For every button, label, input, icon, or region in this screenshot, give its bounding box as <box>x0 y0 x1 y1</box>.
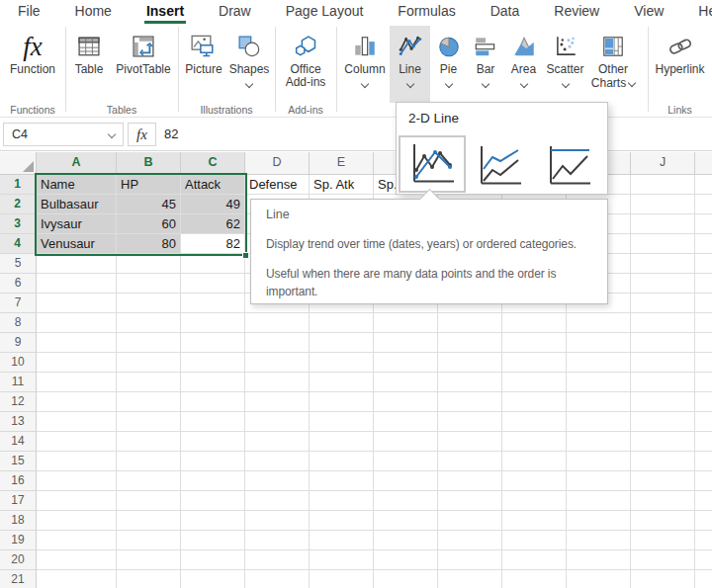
cell-B20[interactable] <box>117 550 181 570</box>
cell-A6[interactable] <box>37 274 117 294</box>
cell-A11[interactable] <box>37 373 117 392</box>
cell-C10[interactable] <box>181 353 245 373</box>
cell-C2[interactable]: 49 <box>181 195 245 214</box>
cell-D1[interactable]: Defense <box>245 175 310 195</box>
cell-J8[interactable] <box>631 313 695 333</box>
cell-J11[interactable] <box>631 373 695 392</box>
bar-chevron-icon[interactable] <box>482 80 490 88</box>
cell-I18[interactable] <box>567 511 631 531</box>
cell-B14[interactable] <box>117 432 181 452</box>
cell-B12[interactable] <box>117 392 181 412</box>
cell-D9[interactable] <box>245 333 310 353</box>
hyperlink-button[interactable]: Hyperlink <box>650 26 711 103</box>
cell-E8[interactable] <box>310 313 374 333</box>
cell-B17[interactable] <box>117 491 181 511</box>
cell-H8[interactable] <box>502 313 567 333</box>
area-chevron-icon[interactable] <box>519 80 527 88</box>
row-header-1[interactable]: 1 <box>0 175 37 195</box>
cell-G15[interactable] <box>438 452 502 471</box>
cell-B21[interactable] <box>117 570 181 588</box>
shapes-button[interactable]: Shapes <box>226 26 272 103</box>
cell-J7[interactable] <box>631 294 695 313</box>
cell-B10[interactable] <box>117 353 181 373</box>
cell-J6[interactable] <box>631 274 695 294</box>
insert-function-button[interactable]: fx <box>128 123 156 146</box>
col-header-C[interactable]: C <box>181 152 245 175</box>
row-header-14[interactable]: 14 <box>0 432 37 452</box>
cell-H20[interactable] <box>502 550 567 570</box>
cell-I12[interactable] <box>567 392 631 412</box>
cell-partial-15[interactable] <box>695 452 712 471</box>
cell-A12[interactable] <box>37 392 117 412</box>
cell-J9[interactable] <box>631 333 695 353</box>
function-button[interactable]: fx Function <box>5 26 60 103</box>
cell-C9[interactable] <box>181 333 245 353</box>
cell-A3[interactable]: Ivysaur <box>37 214 117 234</box>
cell-partial-17[interactable] <box>695 491 712 511</box>
cell-partial-1[interactable] <box>695 175 712 195</box>
cell-D12[interactable] <box>245 392 310 412</box>
cell-J16[interactable] <box>631 471 695 491</box>
cell-partial-2[interactable] <box>695 195 712 214</box>
cell-G11[interactable] <box>438 373 502 392</box>
cell-I9[interactable] <box>567 333 631 353</box>
row-header-20[interactable]: 20 <box>0 550 37 570</box>
menu-tab-data[interactable]: Data <box>489 0 522 24</box>
cell-A8[interactable] <box>37 313 117 333</box>
cell-partial-9[interactable] <box>695 333 712 353</box>
row-header-18[interactable]: 18 <box>0 511 37 531</box>
cell-C14[interactable] <box>181 432 245 452</box>
cell-J21[interactable] <box>631 570 695 588</box>
menu-tab-draw[interactable]: Draw <box>217 0 253 24</box>
cell-E15[interactable] <box>310 452 374 471</box>
row-header-8[interactable]: 8 <box>0 313 37 333</box>
col-header-partial[interactable] <box>695 152 712 175</box>
cell-partial-5[interactable] <box>695 254 712 274</box>
cell-B1[interactable]: HP <box>117 175 181 195</box>
pie-chevron-icon[interactable] <box>444 80 452 88</box>
cell-A5[interactable] <box>37 254 117 274</box>
cell-partial-13[interactable] <box>695 412 712 432</box>
cell-J13[interactable] <box>631 412 695 432</box>
row-header-17[interactable]: 17 <box>0 491 37 511</box>
cell-D11[interactable] <box>245 373 310 392</box>
cell-F16[interactable] <box>374 471 438 491</box>
cell-H10[interactable] <box>502 353 567 373</box>
cell-A7[interactable] <box>37 294 117 313</box>
cell-J14[interactable] <box>631 432 695 452</box>
cell-I14[interactable] <box>567 432 631 452</box>
cell-E9[interactable] <box>310 333 374 353</box>
cell-H13[interactable] <box>502 412 567 432</box>
name-box[interactable]: C4 <box>3 123 124 146</box>
cell-G10[interactable] <box>438 353 502 373</box>
cell-H11[interactable] <box>502 373 567 392</box>
row-header-2[interactable]: 2 <box>0 195 37 214</box>
cell-A13[interactable] <box>37 412 117 432</box>
cell-G21[interactable] <box>438 570 502 588</box>
picture-button[interactable]: Picture <box>181 26 226 103</box>
cell-C19[interactable] <box>181 531 245 550</box>
cell-J5[interactable] <box>631 254 695 274</box>
cell-B6[interactable] <box>117 274 181 294</box>
cell-partial-8[interactable] <box>695 313 712 333</box>
col-header-B[interactable]: B <box>117 152 181 175</box>
row-header-11[interactable]: 11 <box>0 373 37 392</box>
cell-B9[interactable] <box>117 333 181 353</box>
cell-D21[interactable] <box>245 570 310 588</box>
area-chart-button[interactable]: Area <box>504 26 543 103</box>
shapes-chevron-icon[interactable] <box>245 80 253 88</box>
menu-tab-help[interactable]: Help <box>696 0 712 24</box>
cell-E14[interactable] <box>310 432 374 452</box>
col-header-E[interactable]: E <box>310 152 374 175</box>
cell-B16[interactable] <box>117 471 181 491</box>
cell-partial-10[interactable] <box>695 353 712 373</box>
cell-G18[interactable] <box>438 511 502 531</box>
cell-E21[interactable] <box>310 570 374 588</box>
cell-C21[interactable] <box>181 570 245 588</box>
cell-E12[interactable] <box>310 392 374 412</box>
cell-F19[interactable] <box>374 531 438 550</box>
cell-D13[interactable] <box>245 412 310 432</box>
column-chevron-icon[interactable] <box>361 80 369 88</box>
cell-D16[interactable] <box>245 471 310 491</box>
cell-I15[interactable] <box>567 452 631 471</box>
